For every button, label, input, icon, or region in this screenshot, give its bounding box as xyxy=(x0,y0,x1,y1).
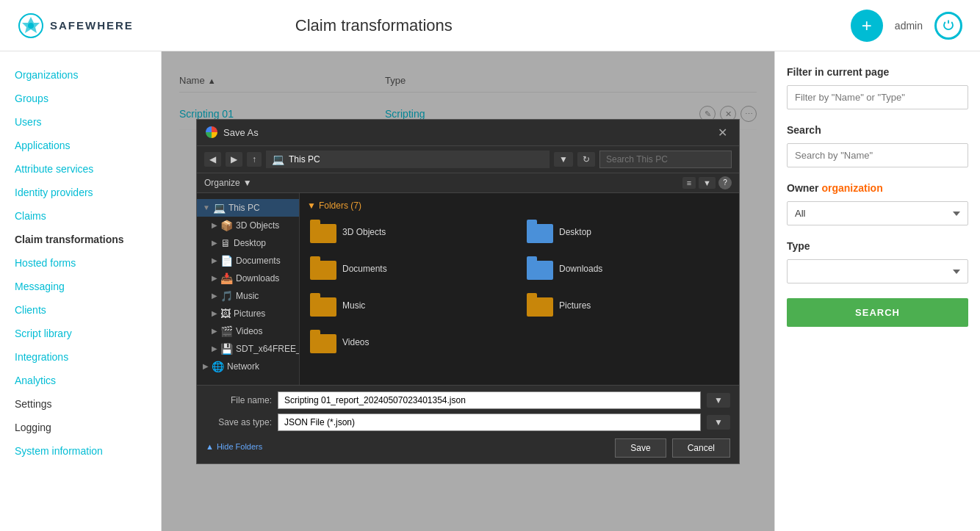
file-item-3d-objects[interactable]: 3D Objects xyxy=(307,218,515,246)
savetype-dropdown-button[interactable]: ▼ xyxy=(707,415,730,430)
expand-icon-network: ▶ xyxy=(203,362,209,370)
tree-label-documents: Documents xyxy=(236,256,281,266)
tree-item-videos[interactable]: ▶ 🎬 Videos xyxy=(197,322,299,340)
dialog-close-button[interactable]: ✕ xyxy=(715,126,730,140)
sidebar-item-applications[interactable]: Applications xyxy=(0,134,161,157)
organize-dropdown-icon: ▼ xyxy=(243,178,252,188)
filename-dropdown-button[interactable]: ▼ xyxy=(707,393,730,408)
refresh-button[interactable]: ↻ xyxy=(577,152,595,167)
folders-section-title: ▼ Folders (7) xyxy=(307,201,732,211)
up-button[interactable]: ↑ xyxy=(247,152,262,167)
sidebar-item-analytics[interactable]: Analytics xyxy=(0,369,161,392)
tree-item-network[interactable]: ▶ 🌐 Network xyxy=(197,358,299,375)
file-label-videos: Videos xyxy=(342,337,369,347)
sidebar-item-script-library[interactable]: Script library xyxy=(0,322,161,345)
expand-icon-videos: ▶ xyxy=(212,327,217,335)
sidebar-item-integrations[interactable]: Integrations xyxy=(0,345,161,369)
view-buttons: ≡ ▼ ? xyxy=(682,176,732,189)
cancel-button[interactable]: Cancel xyxy=(672,438,730,458)
dialog-title-left: Save As xyxy=(206,126,259,138)
file-item-videos[interactable]: Videos xyxy=(307,328,515,356)
forward-button[interactable]: ▶ xyxy=(226,152,242,167)
filter-input[interactable] xyxy=(787,85,968,109)
filename-label: File name: xyxy=(206,395,272,405)
power-button[interactable] xyxy=(934,12,962,40)
tree-item-music[interactable]: ▶ 🎵 Music xyxy=(197,287,299,305)
sidebar-item-logging[interactable]: Logging xyxy=(0,416,161,439)
view-list-button[interactable]: ≡ xyxy=(682,177,696,189)
sidebar-item-groups[interactable]: Groups xyxy=(0,87,161,110)
add-button[interactable]: + xyxy=(851,10,883,42)
tree-label-desktop: Desktop xyxy=(234,238,266,248)
tree-label-3d-objects: 3D Objects xyxy=(236,220,279,231)
folder-icon-desktop xyxy=(527,221,553,243)
tree-label-this-pc: This PC xyxy=(228,203,260,213)
logo-text: SAFEWHERE xyxy=(50,19,134,32)
expand-icon-desktop: ▶ xyxy=(212,239,217,247)
dialog-toolbar: ◀ ▶ ↑ 💻 This PC ▼ ↻ xyxy=(197,146,739,173)
tree-item-this-pc[interactable]: ▼ 💻 This PC xyxy=(197,199,299,217)
file-item-music[interactable]: Music xyxy=(307,292,515,319)
save-button[interactable]: Save xyxy=(615,438,666,458)
organize-button[interactable]: Organize ▼ xyxy=(204,178,252,188)
search-button[interactable]: SEARCH xyxy=(787,298,968,327)
help-button[interactable]: ? xyxy=(718,176,732,189)
file-item-pictures[interactable]: Pictures xyxy=(524,292,732,319)
dialog-search-input[interactable] xyxy=(599,151,732,168)
main-layout: Organizations Groups Users Applications … xyxy=(0,51,980,531)
search-input[interactable] xyxy=(787,143,968,167)
dialog-footer-buttons: Save Cancel xyxy=(615,438,730,458)
hide-folders-label: Hide Folders xyxy=(217,442,262,451)
expand-icon-sdt: ▶ xyxy=(212,344,217,353)
file-label-desktop: Desktop xyxy=(559,227,591,237)
file-label-documents: Documents xyxy=(342,264,387,274)
filename-input[interactable] xyxy=(278,391,701,409)
header-right: + admin xyxy=(851,10,962,42)
filter-label: Filter in current page xyxy=(787,66,968,78)
sidebar-item-organizations[interactable]: Organizations xyxy=(0,63,161,87)
network-icon: 🌐 xyxy=(212,361,224,372)
tree-item-documents[interactable]: ▶ 📄 Documents xyxy=(197,252,299,270)
downloads-icon: 📥 xyxy=(220,272,233,284)
sdt-icon: 💾 xyxy=(220,343,233,355)
sidebar-item-clients[interactable]: Clients xyxy=(0,298,161,322)
dropdown-button[interactable]: ▼ xyxy=(554,152,573,167)
type-section: Type xyxy=(787,240,968,283)
folder-icon-videos xyxy=(310,331,336,353)
folder-icon-documents xyxy=(310,258,336,280)
sidebar-item-identity-providers[interactable]: Identity providers xyxy=(0,181,161,204)
folder-icon-music xyxy=(310,295,336,317)
hide-folders-button[interactable]: ▲ Hide Folders xyxy=(206,442,262,451)
owner-label: Owner organization xyxy=(787,182,968,194)
sidebar-item-hosted-forms[interactable]: Hosted forms xyxy=(0,251,161,275)
search-label: Search xyxy=(787,124,968,136)
file-item-documents[interactable]: Documents xyxy=(307,255,515,283)
sidebar-item-users[interactable]: Users xyxy=(0,110,161,134)
tree-item-pictures[interactable]: ▶ 🖼 Pictures xyxy=(197,305,299,322)
sidebar-item-claim-transformations[interactable]: Claim transformations xyxy=(0,228,161,251)
sidebar-item-attribute-services[interactable]: Attribute services xyxy=(0,157,161,181)
savetype-select[interactable]: JSON File (*.json) xyxy=(278,413,701,431)
chevron-up-icon: ▲ xyxy=(206,442,214,451)
owner-select[interactable]: All xyxy=(787,201,968,225)
dialog-overlay: Save As ✕ ◀ ▶ ↑ 💻 This PC ▼ ↻ xyxy=(162,51,774,531)
sidebar-item-settings[interactable]: Settings xyxy=(0,392,161,416)
sidebar-item-system-information[interactable]: System information xyxy=(0,439,161,463)
tree-item-downloads[interactable]: ▶ 📥 Downloads xyxy=(197,270,299,287)
sidebar-item-messaging[interactable]: Messaging xyxy=(0,275,161,298)
tree-item-desktop[interactable]: ▶ 🖥 Desktop xyxy=(197,234,299,252)
type-select[interactable] xyxy=(787,259,968,283)
tree-label-videos: Videos xyxy=(236,326,262,336)
path-location: This PC xyxy=(289,154,320,165)
file-item-downloads[interactable]: Downloads xyxy=(524,255,732,283)
sidebar-item-claims[interactable]: Claims xyxy=(0,204,161,228)
tree-item-sdt[interactable]: ▶ 💾 SDT_x64FREE_EN xyxy=(197,340,299,358)
tree-label-network: Network xyxy=(227,361,259,372)
sidebar: Organizations Groups Users Applications … xyxy=(0,51,162,531)
save-as-dialog: Save As ✕ ◀ ▶ ↑ 💻 This PC ▼ ↻ xyxy=(196,119,740,464)
logo-icon xyxy=(18,12,44,39)
tree-item-3d-objects[interactable]: ▶ 📦 3D Objects xyxy=(197,217,299,234)
back-button[interactable]: ◀ xyxy=(204,152,221,167)
file-item-desktop[interactable]: Desktop xyxy=(524,218,732,246)
view-dropdown-button[interactable]: ▼ xyxy=(699,177,716,189)
